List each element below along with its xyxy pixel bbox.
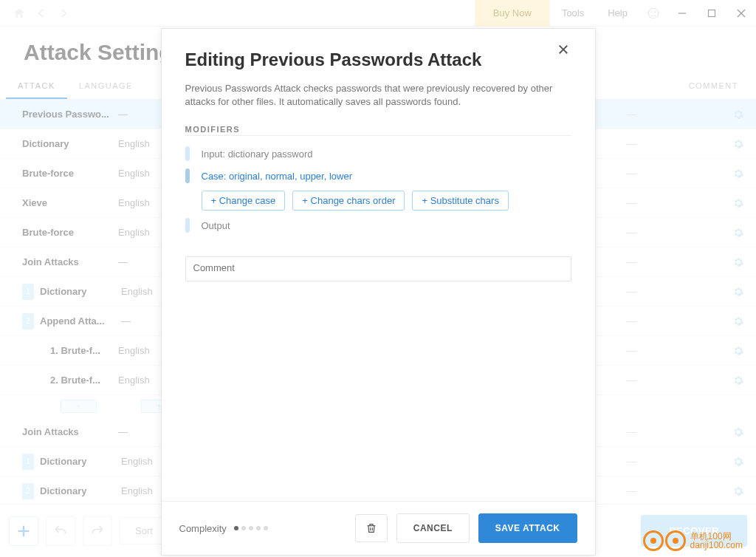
delete-button[interactable]	[355, 514, 388, 542]
edit-attack-modal: Editing Previous Passwords Attack Previo…	[161, 28, 596, 556]
cancel-button[interactable]: CANCEL	[396, 513, 470, 543]
drag-handle-icon[interactable]	[185, 168, 190, 183]
modal-title: Editing Previous Passwords Attack	[185, 49, 571, 70]
complexity-dot	[249, 526, 253, 530]
modifier-input-text: Input: dictionary password	[202, 148, 313, 160]
comment-input[interactable]	[185, 256, 571, 281]
close-icon[interactable]	[557, 43, 570, 56]
modifier-case-link[interactable]: Case: original, normal, upper, lower	[202, 171, 353, 182]
complexity-dot	[264, 526, 268, 530]
complexity-dot	[241, 526, 246, 530]
substitute-chars-button[interactable]: + Substitute chars	[412, 191, 508, 211]
drag-handle-icon[interactable]	[185, 146, 190, 161]
change-case-button[interactable]: + Change case	[202, 191, 286, 211]
modal-overlay: Editing Previous Passwords Attack Previo…	[0, 0, 756, 557]
modal-footer: Complexity CANCEL SAVE ATTACK	[162, 501, 595, 555]
save-attack-button[interactable]: SAVE ATTACK	[478, 513, 577, 543]
complexity-dot	[256, 526, 261, 530]
complexity-indicator: Complexity	[179, 523, 268, 534]
complexity-dot	[234, 526, 238, 530]
change-chars-order-button[interactable]: + Change chars order	[292, 191, 405, 211]
modifier-case-row[interactable]: Case: original, normal, upper, lower	[185, 168, 571, 183]
modifiers-label: MODIFIERS	[185, 125, 571, 136]
modifier-output-row: Output	[185, 218, 571, 233]
watermark: 单机100网 danji100.com	[643, 530, 743, 551]
modifier-pills: + Change case + Change chars order + Sub…	[202, 191, 571, 211]
modifier-output-text: Output	[202, 220, 230, 231]
modal-description: Previous Passwords Attack checks passwor…	[185, 82, 571, 109]
drag-handle-icon[interactable]	[185, 218, 190, 233]
modifier-input-row: Input: dictionary password	[185, 146, 571, 161]
